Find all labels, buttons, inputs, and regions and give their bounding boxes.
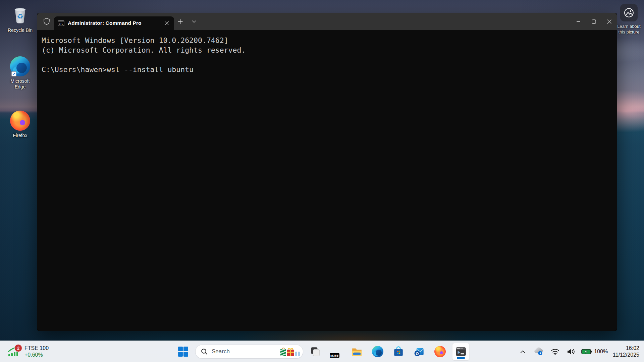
taskbar: 2 FTSE 100 +0.60% Search (0, 341, 644, 362)
tab-close-icon[interactable] (162, 18, 171, 28)
terminal-window: C:\_ Administrator: Command Pro (37, 13, 617, 331)
terminal-line: Microsoft Windows [Version 10.0.26200.74… (42, 36, 613, 45)
volume-icon[interactable] (566, 345, 576, 358)
firefox-icon (434, 346, 446, 357)
task-view-icon (310, 346, 321, 357)
desktop-icon-label: Recycle Bin (8, 27, 33, 33)
clock[interactable]: 16:02 11/12/2025 (613, 345, 639, 358)
desktop-icon-recycle-bin[interactable]: ♻ Recycle Bin (3, 5, 38, 33)
desktop-icon-label: Firefox (13, 133, 28, 138)
m365-copilot-icon: M365 (330, 346, 342, 358)
admin-shield-icon (43, 17, 51, 25)
taskbar-app-outlook[interactable]: O (411, 343, 428, 360)
start-button[interactable] (174, 343, 192, 360)
notification-badge: 2 (14, 344, 22, 352)
search-box[interactable]: Search (195, 345, 303, 359)
desktop-icon-label: Microsoft Edge (6, 78, 35, 90)
search-icon (201, 348, 208, 355)
tab-bar-divider (187, 18, 187, 25)
clock-time: 16:02 (613, 345, 639, 352)
terminal-line: (c) Microsoft Corporation. All rights re… (42, 45, 613, 55)
holiday-gifts-icon (279, 346, 300, 358)
battery-percent: 100% (594, 349, 608, 355)
running-indicator (457, 357, 465, 359)
taskbar-app-file-explorer[interactable] (348, 343, 366, 360)
minimize-button[interactable] (571, 13, 586, 30)
onedrive-icon[interactable]: i (533, 345, 545, 358)
desktop-icon-microsoft-edge[interactable]: ↗ Microsoft Edge (3, 56, 38, 90)
desktop-icon-firefox[interactable]: Firefox (3, 110, 38, 138)
terminal-icon (455, 346, 467, 358)
taskbar-app-terminal[interactable] (452, 343, 470, 360)
taskbar-app-m365-copilot[interactable]: M365 (327, 343, 345, 360)
maximize-button[interactable] (586, 13, 601, 30)
cmd-icon: C:\_ (57, 19, 65, 27)
battery-charging-icon (581, 349, 592, 355)
file-explorer-icon (351, 346, 363, 357)
tab-administrator-command-prompt[interactable]: C:\_ Administrator: Command Pro (54, 16, 174, 30)
tab-dropdown-chevron-icon[interactable] (188, 16, 200, 27)
picture-icon (620, 4, 638, 21)
wifi-icon[interactable] (550, 345, 560, 358)
tray-chevron-up-icon[interactable] (518, 345, 528, 358)
widget-ticker-change: +0.60% (24, 352, 49, 358)
edge-icon: ↗ (9, 56, 31, 77)
close-button[interactable] (601, 13, 617, 30)
svg-text:O: O (416, 351, 419, 356)
terminal-line: C:\Users\hawen>wsl --install ubuntu (42, 65, 613, 74)
battery-status[interactable]: 100% (581, 349, 608, 355)
edge-icon (372, 346, 383, 357)
svg-text:C:\_: C:\_ (59, 23, 65, 25)
outlook-icon: O (414, 346, 425, 357)
m365-badge: M365 (330, 353, 339, 358)
firefox-icon (9, 110, 31, 131)
search-placeholder: Search (212, 348, 275, 355)
microsoft-store-icon (393, 346, 404, 357)
terminal-line (42, 55, 613, 65)
recycle-bin-icon: ♻ (9, 5, 31, 26)
windows-logo-icon (178, 346, 189, 357)
taskbar-app-firefox[interactable] (431, 343, 449, 360)
terminal-titlebar[interactable]: C:\_ Administrator: Command Pro (37, 13, 617, 30)
taskbar-app-microsoft-edge[interactable] (369, 343, 386, 360)
desktop-icon-label: Learn about this picture (614, 23, 644, 35)
widgets-button[interactable]: 2 FTSE 100 +0.60% (5, 341, 51, 362)
new-tab-button[interactable] (174, 16, 186, 27)
taskbar-app-microsoft-store[interactable] (390, 343, 407, 360)
terminal-content[interactable]: Microsoft Windows [Version 10.0.26200.74… (37, 30, 617, 74)
svg-text:♻: ♻ (17, 12, 23, 20)
shortcut-arrow-icon: ↗ (11, 71, 16, 76)
tab-title: Administrator: Command Pro (68, 20, 159, 26)
clock-date: 11/12/2025 (613, 352, 639, 358)
taskbar-app-task-view[interactable] (307, 343, 324, 360)
widget-ticker-name: FTSE 100 (24, 345, 49, 352)
